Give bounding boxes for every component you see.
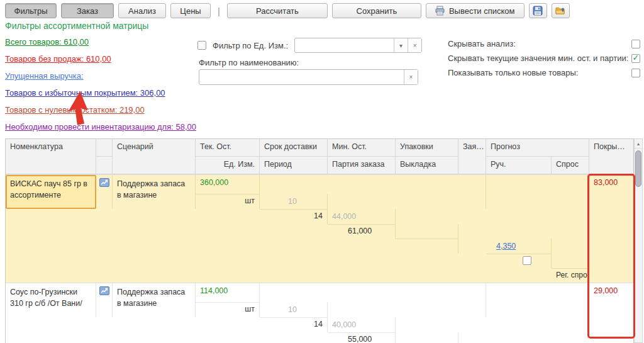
filter-links: Всего товаров: 610,00 Товаров без продаж…	[5, 35, 213, 137]
col-icons-sub	[96, 157, 113, 174]
cell-delivery-time[interactable]: 10	[260, 194, 328, 209]
cell-request[interactable]	[458, 175, 486, 209]
table-row[interactable]: ВИСКАС пауч 85 гр в ассортименте Поддерж…	[6, 174, 633, 283]
col-forecast[interactable]: Прогноз	[486, 139, 589, 157]
col-delivery-time[interactable]: Срок доставки	[260, 139, 328, 157]
unit-filter-combobox[interactable]: ▾ ×	[294, 38, 422, 53]
table-header: Номенклатура Сценарий Тек. Ост. Ед. Изм.…	[6, 139, 633, 174]
clear-icon[interactable]: ×	[408, 38, 421, 52]
cell-display[interactable]	[396, 239, 458, 254]
cell-order-batch[interactable]: 55,000	[328, 332, 396, 343]
option-hide-analysis-label: Скрывать анализ:	[448, 39, 631, 48]
link-lost-revenue[interactable]: Упущенная выручка:	[5, 69, 213, 86]
cell-scenario[interactable]: Поддержка запаса в магазине	[113, 283, 196, 317]
col-coverage[interactable]: Покры…	[589, 139, 635, 174]
link-excess-coverage[interactable]: Товаров с избыточным покрытием: 306,00	[5, 86, 213, 103]
tab-filters[interactable]: Фильтры	[5, 3, 57, 18]
col-min-stock[interactable]: Мин. Ост.	[328, 139, 396, 157]
cell-nomenclature[interactable]: Соус по-Грузински 310 гр с/б /От Вани/	[6, 283, 96, 317]
col-icons	[96, 139, 113, 157]
cell-icons	[96, 175, 113, 209]
cell-unit[interactable]: шт	[196, 194, 260, 209]
cell-current-stock[interactable]: 360,000	[196, 175, 260, 194]
cell-packages[interactable]	[396, 224, 458, 239]
cell-packages[interactable]	[396, 332, 458, 343]
options-panel: Скрывать анализ: Скрывать текущие значен…	[448, 37, 640, 80]
toolbar: Фильтры Заказ Анализ Цены | Рассчитать С…	[5, 3, 570, 18]
assortment-matrix-window: Фильтры Заказ Анализ Цены | Рассчитать С…	[0, 0, 644, 343]
cell-period[interactable]: 14	[260, 209, 328, 224]
tab-analysis[interactable]: Анализ	[118, 3, 166, 18]
cell-delivery-time[interactable]: 10	[260, 302, 328, 317]
cell-nomenclature[interactable]: ВИСКАС пауч 85 гр в ассортименте	[6, 175, 96, 209]
link-inventory-needed[interactable]: Необходимо провести инвентаризацию для: …	[5, 120, 213, 137]
cell-demand[interactable]: Рег. спрос	[552, 268, 589, 283]
option-new-goods-checkbox[interactable]	[631, 69, 640, 77]
unit-filter-checkbox[interactable]	[197, 41, 206, 50]
cell-min-stock[interactable]: 44,000	[328, 209, 396, 224]
cell-unit[interactable]: шт	[196, 302, 260, 317]
cell-manual-forecast: 4,350	[486, 239, 552, 254]
option-new-goods-label: Показывать только новые товары:	[448, 68, 631, 77]
print-list-button[interactable]: Вывести списком	[426, 3, 525, 18]
cell-period[interactable]: 14	[260, 317, 328, 332]
cell-scenario[interactable]: Поддержка запаса в магазине	[113, 175, 196, 209]
tab-prices[interactable]: Цены	[170, 3, 211, 18]
cell-request[interactable]	[458, 283, 486, 317]
name-filter-input[interactable]: ×	[199, 69, 418, 85]
scrollbar-thumb[interactable]	[635, 150, 641, 187]
cell-order-batch[interactable]: 61,000	[328, 224, 396, 239]
unit-filter-row: Фильтр по Ед. Изм.: ▾ ×	[197, 38, 422, 53]
chart-icon[interactable]	[99, 178, 109, 189]
option-hide-min-values-checkbox[interactable]: ✓	[631, 54, 640, 63]
calculate-button[interactable]: Рассчитать	[227, 3, 328, 18]
table-scrollbar[interactable]: ▲	[634, 138, 643, 343]
col-period[interactable]: Период	[260, 157, 328, 174]
save-button[interactable]: Сохранить	[332, 3, 421, 18]
link-zero-stock[interactable]: Товаров с нулевым остатком: 219,00	[5, 103, 213, 120]
chart-icon[interactable]	[99, 286, 109, 297]
name-filter-label: Фильтр по наименованию:	[199, 58, 299, 67]
option-hide-min-values-label: Скрывать текущие значения мин. ост. и па…	[448, 53, 631, 63]
col-current-stock[interactable]: Тек. Ост.	[196, 139, 260, 157]
print-list-label: Вывести списком	[449, 6, 515, 16]
cell-manual-checkbox	[486, 254, 552, 268]
unit-filter-label: Фильтр по Ед. Изм.:	[213, 41, 288, 50]
link-goods-no-sales[interactable]: Товаров без продаж: 610,00	[5, 52, 213, 69]
cell-coverage[interactable]: 29,000	[589, 283, 635, 317]
folder-icon	[555, 6, 565, 16]
chevron-down-icon[interactable]: ▾	[394, 38, 408, 52]
clear-icon[interactable]: ×	[404, 70, 418, 84]
assortment-table: Номенклатура Сценарий Тек. Ост. Ед. Изм.…	[5, 138, 634, 343]
unit-filter-value	[295, 38, 394, 52]
tab-order[interactable]: Заказ	[61, 3, 114, 18]
col-order-batch[interactable]: Партия заказа	[328, 157, 396, 174]
col-scenario[interactable]: Сценарий	[113, 139, 196, 174]
cell-coverage[interactable]: 83,000	[589, 175, 635, 209]
printer-icon	[435, 6, 445, 16]
cell-demand-top	[552, 254, 589, 268]
table-body: ВИСКАС пауч 85 гр в ассортименте Поддерж…	[6, 174, 633, 343]
scroll-up-icon[interactable]: ▲	[635, 139, 642, 149]
load-settings-button[interactable]	[552, 3, 570, 18]
col-display[interactable]: Выкладка	[396, 157, 458, 174]
table-row[interactable]: Соус по-Грузински 310 гр с/б /От Вани/ П…	[6, 283, 633, 343]
col-packages[interactable]: Упаковки	[396, 139, 458, 157]
col-nomenclature[interactable]: Номенклатура	[6, 139, 96, 174]
check-icon: ✓	[633, 53, 640, 62]
option-hide-analysis-checkbox[interactable]	[631, 40, 640, 48]
link-total-goods[interactable]: Всего товаров: 610,00	[5, 35, 213, 52]
manual-forecast-link[interactable]: 4,350	[496, 242, 516, 250]
col-demand[interactable]: Спрос	[552, 157, 589, 174]
cell-current-stock[interactable]: 114,000	[196, 283, 260, 302]
name-filter-value	[199, 70, 404, 84]
floppy-icon	[533, 6, 543, 16]
col-request[interactable]: Зая…	[458, 139, 486, 174]
col-manual[interactable]: Руч.	[486, 157, 552, 174]
col-unit[interactable]: Ед. Изм.	[196, 157, 260, 174]
save-settings-button[interactable]	[529, 3, 547, 18]
toolbar-separator: |	[215, 6, 223, 16]
page-title: Фильтры ассортиментной матрицы	[5, 21, 148, 31]
manual-checkbox[interactable]	[523, 256, 531, 265]
cell-min-stock[interactable]: 40,000	[328, 317, 396, 332]
